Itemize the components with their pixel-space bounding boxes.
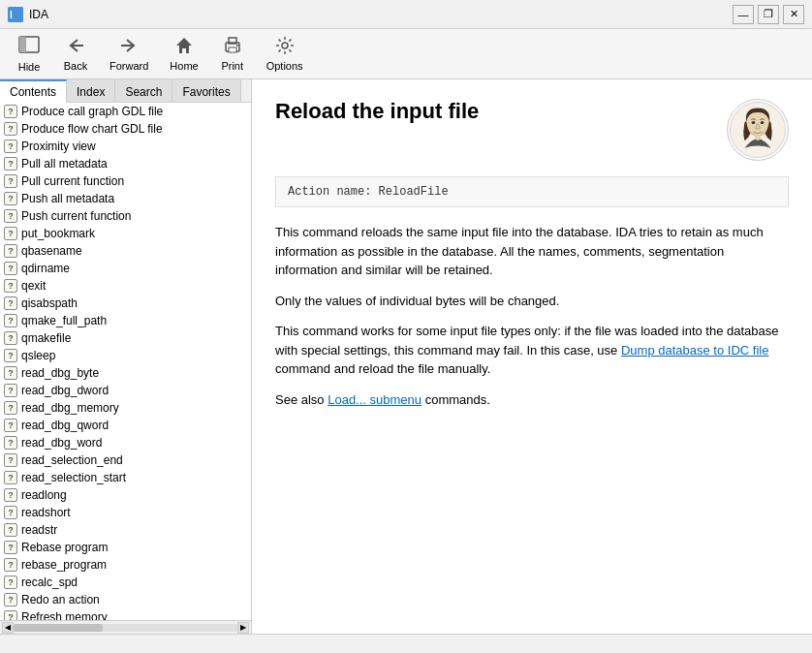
list-item[interactable]: ?Produce flow chart GDL file bbox=[0, 120, 251, 138]
content-header: Reload the input file bbox=[275, 99, 789, 161]
list-item-label: read_dbg_qword bbox=[21, 419, 109, 432]
list-item[interactable]: ?Push all metadata bbox=[0, 190, 251, 207]
list-item-icon: ? bbox=[4, 140, 17, 153]
forward-label: Forward bbox=[109, 60, 148, 72]
list-item[interactable]: ?qexit bbox=[0, 277, 251, 295]
list-item[interactable]: ?readlong bbox=[0, 486, 251, 504]
minimize-button[interactable]: — bbox=[733, 5, 754, 24]
list-item[interactable]: ?qisabspath bbox=[0, 295, 251, 312]
list-item[interactable]: ?qmakefile bbox=[0, 329, 251, 347]
forward-button[interactable]: Forward bbox=[101, 31, 157, 77]
horizontal-scrollbar[interactable]: ◀ ▶ bbox=[0, 620, 251, 634]
code-block: Action name: ReloadFile bbox=[275, 176, 789, 207]
list-item-label: readshort bbox=[21, 506, 71, 519]
list-item[interactable]: ?read_dbg_word bbox=[0, 434, 251, 451]
list-item-icon: ? bbox=[4, 174, 17, 188]
list-item-icon: ? bbox=[4, 122, 17, 136]
list-item[interactable]: ?Push current function bbox=[0, 207, 251, 225]
list-container[interactable]: ?Produce call graph GDL file?Produce flo… bbox=[0, 103, 251, 620]
list-item-label: Push all metadata bbox=[21, 192, 114, 205]
list-item-label: read_dbg_dword bbox=[21, 384, 109, 397]
list-item[interactable]: ?qbasename bbox=[0, 242, 251, 260]
list-item[interactable]: ?Pull all metadata bbox=[0, 155, 251, 172]
tab-contents[interactable]: Contents bbox=[0, 79, 67, 103]
list-item-icon: ? bbox=[4, 436, 17, 450]
svg-point-10 bbox=[282, 43, 288, 48]
list-item-label: read_selection_end bbox=[21, 453, 123, 467]
list-item[interactable]: ?Refresh memory bbox=[0, 608, 251, 620]
list-item-label: read_selection_start bbox=[21, 471, 126, 484]
list-item[interactable]: ?Redo an action bbox=[0, 591, 251, 608]
list-item-icon: ? bbox=[4, 105, 17, 118]
list-item[interactable]: ?qmake_full_path bbox=[0, 312, 251, 329]
list-item-label: Produce flow chart GDL file bbox=[21, 122, 163, 136]
content-area: Reload the input file bbox=[252, 79, 812, 634]
tab-search[interactable]: Search bbox=[115, 79, 172, 102]
list-item-icon: ? bbox=[4, 453, 17, 467]
list-item[interactable]: ?read_selection_start bbox=[0, 469, 251, 486]
scroll-right-button[interactable]: ▶ bbox=[237, 622, 249, 634]
print-label: Print bbox=[221, 60, 243, 72]
window-title: IDA bbox=[29, 8, 48, 21]
list-item-label: read_dbg_word bbox=[21, 436, 102, 450]
print-button[interactable]: Print bbox=[211, 31, 254, 77]
home-button[interactable]: Home bbox=[161, 31, 206, 77]
status-bar bbox=[0, 634, 812, 653]
forward-icon bbox=[119, 36, 139, 58]
list-item-icon: ? bbox=[4, 593, 17, 606]
list-item[interactable]: ?read_dbg_memory bbox=[0, 399, 251, 417]
list-item-icon: ? bbox=[4, 610, 17, 620]
tab-index[interactable]: Index bbox=[67, 79, 115, 102]
load-submenu-link[interactable]: Load... submenu bbox=[328, 392, 422, 407]
list-item[interactable]: ?read_dbg_qword bbox=[0, 417, 251, 434]
tab-favorites[interactable]: Favorites bbox=[172, 79, 240, 102]
list-item[interactable]: ?Produce call graph GDL file bbox=[0, 103, 251, 120]
scrollbar-thumb[interactable] bbox=[14, 624, 103, 632]
list-item-label: Pull current function bbox=[21, 174, 124, 188]
list-item[interactable]: ?Rebase program bbox=[0, 539, 251, 556]
list-item-label: readlong bbox=[21, 488, 67, 502]
home-icon bbox=[174, 36, 194, 58]
list-item-label: readstr bbox=[21, 523, 57, 537]
close-button[interactable]: ✕ bbox=[783, 5, 804, 24]
dump-link[interactable]: Dump database to IDC file bbox=[621, 343, 768, 358]
list-item-label: qexit bbox=[21, 279, 46, 293]
svg-point-13 bbox=[752, 121, 756, 124]
home-label: Home bbox=[170, 60, 198, 72]
scroll-left-button[interactable]: ◀ bbox=[2, 622, 14, 634]
options-button[interactable]: Options bbox=[258, 31, 312, 77]
list-item[interactable]: ?read_selection_end bbox=[0, 451, 251, 469]
list-item-icon: ? bbox=[4, 349, 17, 362]
list-item-icon: ? bbox=[4, 331, 17, 345]
back-icon bbox=[66, 36, 85, 58]
left-panel: Contents Index Search Favorites ?Produce… bbox=[0, 79, 252, 634]
list-item[interactable]: ?read_dbg_byte bbox=[0, 364, 251, 382]
list-item[interactable]: ?readstr bbox=[0, 521, 251, 539]
hide-button[interactable]: Hide bbox=[8, 30, 50, 78]
list-item[interactable]: ?put_bookmark bbox=[0, 225, 251, 242]
list-item[interactable]: ?recalc_spd bbox=[0, 574, 251, 591]
list-item[interactable]: ?rebase_program bbox=[0, 556, 251, 574]
options-label: Options bbox=[266, 60, 303, 72]
list-item-icon: ? bbox=[4, 296, 17, 310]
list-item[interactable]: ?Proximity view bbox=[0, 138, 251, 155]
list-item-icon: ? bbox=[4, 541, 17, 554]
list-item[interactable]: ?qdirname bbox=[0, 260, 251, 277]
portrait bbox=[727, 99, 789, 161]
list-item-icon: ? bbox=[4, 262, 17, 275]
back-button[interactable]: Back bbox=[54, 31, 97, 77]
list-item-icon: ? bbox=[4, 523, 17, 537]
window-controls: — ❐ ✕ bbox=[733, 5, 804, 24]
list-item[interactable]: ?read_dbg_dword bbox=[0, 382, 251, 399]
list-item-icon: ? bbox=[4, 157, 17, 171]
list-item[interactable]: ?qsleep bbox=[0, 347, 251, 364]
paragraph-3: This command works for some input file t… bbox=[275, 322, 789, 379]
list-item[interactable]: ?Pull current function bbox=[0, 172, 251, 190]
restore-button[interactable]: ❐ bbox=[758, 5, 779, 24]
list-item-icon: ? bbox=[4, 575, 17, 589]
svg-point-9 bbox=[236, 45, 238, 47]
options-icon bbox=[275, 36, 295, 58]
list-item-icon: ? bbox=[4, 384, 17, 397]
list-item[interactable]: ?readshort bbox=[0, 504, 251, 521]
list-item-icon: ? bbox=[4, 471, 17, 484]
